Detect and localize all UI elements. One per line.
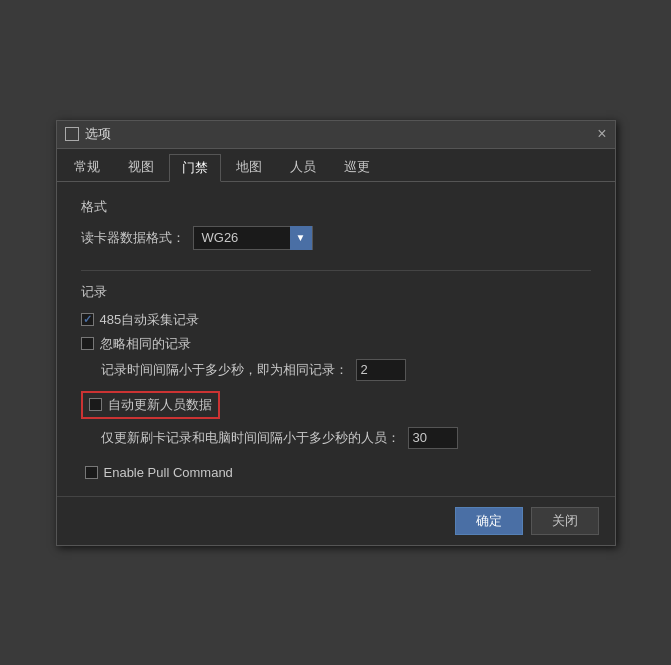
interval-label: 记录时间间隔小于多少秒，即为相同记录： — [101, 361, 348, 379]
checkbox-485-row: 485自动采集记录 — [81, 311, 591, 329]
dialog-footer: 确定 关闭 — [57, 496, 615, 545]
dialog-icon — [65, 127, 79, 141]
tab-view[interactable]: 视图 — [115, 153, 167, 181]
dialog-content: 格式 读卡器数据格式： WG26 ▼ 记录 485自动采集记录 忽略相同的记录 — [57, 182, 615, 496]
format-section: 格式 读卡器数据格式： WG26 ▼ — [81, 198, 591, 250]
title-bar-left: 选项 — [65, 125, 111, 143]
reader-format-label: 读卡器数据格式： — [81, 229, 185, 247]
checkbox-ignore-row: 忽略相同的记录 — [81, 335, 591, 353]
tab-door[interactable]: 门禁 — [169, 154, 221, 182]
dialog-title: 选项 — [85, 125, 111, 143]
tab-general[interactable]: 常规 — [61, 153, 113, 181]
tab-patrol[interactable]: 巡更 — [331, 153, 383, 181]
reader-format-select[interactable]: WG26 ▼ — [193, 226, 313, 250]
select-arrow-icon[interactable]: ▼ — [290, 226, 312, 250]
tab-map[interactable]: 地图 — [223, 153, 275, 181]
tab-bar: 常规 视图 门禁 地图 人员 巡更 — [57, 149, 615, 182]
records-section: 记录 485自动采集记录 忽略相同的记录 记录时间间隔小于多少秒，即为相同记录：… — [81, 283, 591, 449]
close-dialog-button[interactable]: 关闭 — [531, 507, 599, 535]
checkbox-ignore-label: 忽略相同的记录 — [100, 335, 191, 353]
close-button[interactable]: × — [597, 126, 606, 142]
tab-person[interactable]: 人员 — [277, 153, 329, 181]
confirm-button[interactable]: 确定 — [455, 507, 523, 535]
checkbox-485-label: 485自动采集记录 — [100, 311, 200, 329]
interval-row: 记录时间间隔小于多少秒，即为相同记录： — [101, 359, 591, 381]
reader-format-value: WG26 — [194, 230, 290, 245]
pull-command-row: Enable Pull Command — [85, 465, 591, 480]
checkbox-pull-command[interactable] — [85, 466, 98, 479]
interval-input[interactable] — [356, 359, 406, 381]
title-bar: 选项 × — [57, 121, 615, 149]
format-title: 格式 — [81, 198, 591, 216]
update-desc-label: 仅更新刷卡记录和电脑时间间隔小于多少秒的人员： — [101, 429, 400, 447]
checkbox-auto-update[interactable] — [89, 398, 102, 411]
update-desc-row: 仅更新刷卡记录和电脑时间间隔小于多少秒的人员： — [101, 427, 591, 449]
section-divider — [81, 270, 591, 271]
checkbox-ignore[interactable] — [81, 337, 94, 350]
records-title: 记录 — [81, 283, 591, 301]
update-value-input[interactable] — [408, 427, 458, 449]
reader-format-row: 读卡器数据格式： WG26 ▼ — [81, 226, 591, 250]
auto-update-label: 自动更新人员数据 — [108, 396, 212, 414]
auto-update-row: 自动更新人员数据 — [81, 391, 220, 419]
options-dialog: 选项 × 常规 视图 门禁 地图 人员 巡更 格式 读卡器数据格式： WG26 … — [56, 120, 616, 546]
checkbox-485[interactable] — [81, 313, 94, 326]
pull-command-label: Enable Pull Command — [104, 465, 233, 480]
